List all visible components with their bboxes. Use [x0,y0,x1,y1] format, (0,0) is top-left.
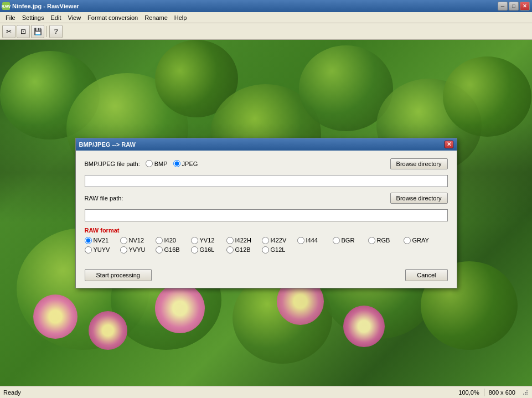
yuyv-radio[interactable] [85,246,92,254]
svg-rect-5 [526,390,528,391]
g16b-radio[interactable] [156,246,163,254]
menu-help[interactable]: Help [171,13,190,22]
format-gray[interactable]: GRAY [404,237,437,244]
nv12-radio[interactable] [120,237,127,244]
dialog-overlay: BMP/JPEG --> RAW ✕ BMP/JPEG file path: B… [0,40,532,386]
status-dimensions: 800 x 600 [489,389,515,396]
bmp-radio[interactable] [146,160,153,167]
close-button[interactable]: ✕ [520,2,530,11]
menu-edit[interactable]: Edit [47,13,64,22]
menu-file[interactable]: File [2,13,19,22]
title-bar-controls: ─ □ ✕ [498,2,530,11]
dialog-body: BMP/JPEG file path: BMP JPEG Browse dire… [76,151,457,263]
menu-settings[interactable]: Settings [19,13,48,22]
format-bgr[interactable]: BGR [333,237,366,244]
browse-raw-button[interactable]: Browse directory [390,193,448,204]
format-g16b[interactable]: G16B [156,246,189,254]
status-ready: Ready [3,389,21,396]
raw-path-input[interactable] [85,209,448,221]
yvyu-radio[interactable] [120,246,127,254]
format-row-2: YUYV YVYU G16B G16L [85,246,448,254]
format-g12b[interactable]: G12B [226,246,260,254]
g12b-radio[interactable] [226,246,234,254]
svg-rect-4 [525,392,526,393]
format-g12l[interactable]: G12L [262,246,295,254]
svg-rect-2 [526,392,528,393]
minimize-button[interactable]: ─ [498,2,508,11]
status-bar: Ready 100,0% 800 x 600 [0,386,532,398]
resize-grip-icon [522,389,529,396]
copy-button[interactable]: ⊡ [17,25,30,38]
g16l-radio[interactable] [191,246,198,254]
svg-rect-0 [526,394,528,395]
help-button[interactable]: ? [49,25,63,38]
i422h-radio[interactable] [226,237,234,244]
dialog-buttons: Start processing Cancel [76,263,457,288]
svg-rect-1 [525,394,526,395]
format-nv21[interactable]: NV21 [85,237,118,244]
status-right: 100,0% 800 x 600 [458,389,529,396]
dialog-close-button[interactable]: ✕ [445,141,453,148]
save-button[interactable]: 💾 [31,25,44,38]
dialog-titlebar: BMP/JPEG --> RAW ✕ [76,138,457,151]
format-g16l[interactable]: G16L [191,246,224,254]
bmp-jpeg-path-row: BMP/JPEG file path: BMP JPEG Browse dire… [85,158,448,169]
jpeg-radio[interactable] [173,160,180,167]
cancel-button[interactable]: Cancel [405,269,447,281]
raw-path-row: RAW file path: Browse directory [85,193,448,204]
raw-format-label: RAW format [85,227,448,234]
format-i422v[interactable]: I422V [262,237,295,244]
i444-radio[interactable] [297,237,304,244]
maximize-button[interactable]: □ [509,2,519,11]
jpeg-radio-label: JPEG [182,161,198,167]
svg-rect-3 [523,394,524,395]
title-bar: RAW Ninfee.jpg - RawViewer ─ □ ✕ [0,0,532,12]
jpeg-radio-item[interactable]: JPEG [173,160,198,167]
format-rgb[interactable]: RGB [368,237,401,244]
nv21-radio[interactable] [85,237,92,244]
format-yvyu[interactable]: YVYU [120,246,153,254]
yv12-radio[interactable] [191,237,198,244]
gray-radio[interactable] [404,237,411,244]
bmp-radio-item[interactable]: BMP [146,160,168,167]
raw-path-label: RAW file path: [85,195,123,201]
app-title: Ninfee.jpg - RawViewer [12,3,79,9]
menu-rename[interactable]: Rename [141,13,171,22]
bmp-radio-label: BMP [154,161,168,167]
format-nv12[interactable]: NV12 [120,237,153,244]
title-bar-left: RAW Ninfee.jpg - RawViewer [2,2,79,10]
format-row-1: NV21 NV12 I420 YV12 [85,237,448,244]
dialog-title: BMP/JPEG --> RAW [79,141,136,148]
start-processing-button[interactable]: Start processing [85,269,152,281]
dialog-bmp-jpeg-raw: BMP/JPEG --> RAW ✕ BMP/JPEG file path: B… [75,138,457,288]
menu-view[interactable]: View [64,13,84,22]
format-yv12[interactable]: YV12 [191,237,224,244]
bmp-jpeg-label: BMP/JPEG file path: [85,161,140,167]
menu-bar: File Settings Edit View Format conversio… [0,12,532,23]
bgr-radio[interactable] [333,237,340,244]
i422v-radio[interactable] [262,237,269,244]
format-i422h[interactable]: I422H [226,237,260,244]
status-separator-1 [484,389,484,396]
status-zoom: 100,0% [458,389,479,396]
format-yuyv[interactable]: YUYV [85,246,118,254]
toolbar: ✂ ⊡ 💾 ? [0,23,532,40]
cut-button[interactable]: ✂ [2,25,16,38]
i420-radio[interactable] [156,237,163,244]
app-icon: RAW [2,2,10,10]
toolbar-separator [47,26,47,37]
menu-format-conversion[interactable]: Format conversion [84,13,141,22]
format-i444[interactable]: I444 [297,237,330,244]
g12l-radio[interactable] [262,246,269,254]
browse-bmp-jpeg-button[interactable]: Browse directory [390,158,448,169]
file-type-radio-group: BMP JPEG [146,160,198,167]
bmp-jpeg-path-input[interactable] [85,175,448,187]
rgb-radio[interactable] [368,237,375,244]
format-i420[interactable]: I420 [156,237,189,244]
main-content: BMP/JPEG --> RAW ✕ BMP/JPEG file path: B… [0,40,532,386]
